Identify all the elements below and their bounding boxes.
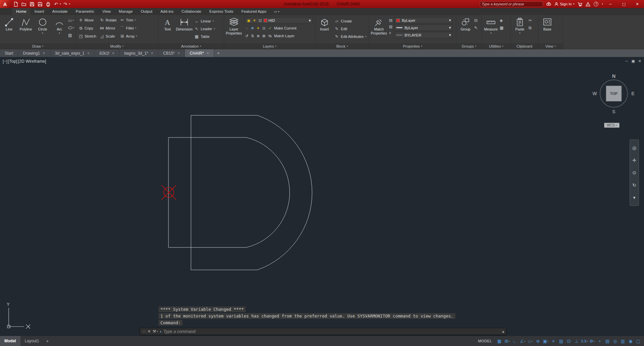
ribbon-tab-featured-apps[interactable]: Featured Apps (237, 8, 270, 15)
fillet-button[interactable]: ⌒Fillet▾ (120, 24, 137, 32)
minimize-button[interactable]: ─ (604, 0, 617, 8)
file-tab-3d-sala-expo-1[interactable]: 3d_sala_expo_1✕ (50, 49, 95, 57)
recent-commands-icon[interactable]: › (160, 329, 161, 334)
graphics-performance-toggle[interactable]: ▥ (619, 337, 627, 345)
stay-connected-icon[interactable] (586, 2, 590, 6)
layer-walk-button[interactable]: ⊕ (256, 34, 260, 38)
save-as-button[interactable] (36, 1, 44, 7)
ribbon-tab-express-tools[interactable]: Express Tools (205, 8, 237, 15)
command-bar-grip[interactable]: ∷∷ (142, 330, 146, 333)
orbit-icon[interactable]: ↻ (632, 182, 636, 188)
rotate-button[interactable]: ↻Rotate (100, 16, 116, 24)
ortho-toggle[interactable]: ∟ (511, 337, 518, 345)
object-snap-toggle[interactable]: ▣▾ (542, 337, 549, 345)
close-tab-icon[interactable]: ✕ (87, 52, 90, 55)
arc-button[interactable]: Arc ▾ (51, 16, 67, 43)
search-input[interactable] (482, 2, 541, 6)
zoom-icon[interactable]: ⊙ (632, 170, 636, 175)
isometric-drafting-toggle[interactable]: ◇▾ (527, 337, 534, 345)
match-properties-button[interactable]: Match Properties (370, 16, 388, 43)
ribbon-tab-output[interactable]: Output (137, 8, 156, 15)
trim-button[interactable]: ✂Trim▾ (120, 16, 137, 24)
properties-transparency-button[interactable]: ▨ (389, 24, 392, 29)
file-tab-drawing1[interactable]: Drawing1✕ (18, 49, 50, 57)
transparency-toggle[interactable]: ▨ (557, 337, 565, 345)
help-search-box[interactable] (480, 1, 543, 7)
layer-freeze-button[interactable]: ❄ (250, 26, 255, 31)
modify-panel-label[interactable]: Modify▾ (76, 43, 158, 49)
new-layout-button[interactable]: + (43, 339, 51, 344)
viewcube-east[interactable]: E (631, 91, 634, 96)
drawing-restore-button[interactable]: ▣ (631, 59, 635, 63)
model-space-viewport[interactable]: Y [−] [Top] [2D Wireframe] ─ ▣ ✕ N W E S… (0, 57, 644, 336)
layer-off-button[interactable]: ◌ (245, 26, 249, 31)
file-tab-bagno-3d-1[interactable]: bagno_3d_1*✕ (119, 49, 158, 57)
help-caret-icon[interactable]: ▾ (602, 3, 603, 5)
text-button[interactable]: A Text (159, 16, 176, 43)
clipboard-panel-label[interactable]: Clipboard (511, 43, 538, 49)
new-drawing-tab-button[interactable]: + (214, 49, 223, 57)
group-edit-button[interactable]: ✎ (474, 25, 478, 31)
undo-button[interactable]: ↶ (52, 1, 60, 7)
viewcube-south[interactable]: S (612, 109, 615, 114)
lineweight-dropdown[interactable]: ByLayer ▾ (394, 24, 453, 31)
layers-panel-label[interactable]: Layers▾ (224, 43, 315, 49)
model-space-toggle[interactable]: MODEL (475, 339, 495, 343)
save-button[interactable] (28, 1, 36, 7)
command-bar-close-icon[interactable]: ✕ (148, 329, 151, 334)
lineweight-toggle[interactable]: ≡ (550, 337, 557, 345)
table-button[interactable]: ▦Table (194, 33, 215, 40)
viewcube-face-label[interactable]: TOP (610, 92, 617, 96)
layer-delete-button[interactable]: ⊠ (262, 34, 266, 38)
object-color-dropdown[interactable]: ByLayer ▾ (394, 17, 453, 23)
sign-in-menu[interactable]: Sign In ▾ (554, 2, 574, 6)
open-file-button[interactable] (20, 1, 28, 7)
polyline-button[interactable]: Polyline (18, 16, 34, 43)
annotation-scale-control[interactable]: 1:1▾ (581, 337, 588, 345)
array-button[interactable]: ⊞Array▾ (120, 33, 137, 40)
layout1-tab[interactable]: Layout1 (20, 336, 44, 346)
stretch-button[interactable]: ◳Stretch (79, 33, 96, 40)
annotation-monitor-toggle[interactable]: + (596, 337, 603, 345)
rectangle-button[interactable]: ▭▾ (68, 17, 75, 23)
pan-icon[interactable]: ✛ (632, 158, 636, 163)
app-store-cart-icon[interactable] (578, 2, 582, 6)
close-tab-icon[interactable]: ✕ (112, 52, 115, 55)
maximize-button[interactable]: ▢ (617, 0, 631, 8)
close-button[interactable]: ✕ (631, 0, 644, 8)
circle-button[interactable]: Circle ▾ (35, 16, 51, 43)
notification-bell-icon[interactable]: ◉ (627, 337, 634, 345)
viewcube-west[interactable]: W (592, 91, 597, 96)
linear-dimension-button[interactable]: ↔Linear▾ (194, 17, 215, 24)
snap-mode-toggle[interactable]: ⊞▾ (503, 337, 511, 345)
model-tab[interactable]: Model (0, 336, 20, 346)
undo-dropdown-icon[interactable]: ▾ (60, 3, 61, 5)
dynamic-ucs-toggle[interactable]: ⊥ (573, 337, 580, 345)
close-tab-icon[interactable]: ✕ (206, 52, 209, 55)
make-current-button[interactable]: ✓Make Current (268, 25, 297, 32)
ribbon-display-toggle[interactable]: ▭ ▾ (274, 8, 279, 15)
viewport-visual-style-control[interactable]: [2D Wireframe] (18, 59, 46, 64)
groups-panel-label[interactable]: Groups▾ (456, 43, 482, 49)
viewport-view-control[interactable]: [Top] (8, 59, 17, 64)
application-menu-button[interactable]: A (0, 0, 10, 8)
copy-clip-button[interactable]: ⧉ (529, 25, 532, 31)
selection-cycling-toggle[interactable]: ⊡ (565, 337, 573, 345)
command-input[interactable] (163, 329, 500, 334)
new-file-button[interactable] (12, 1, 19, 7)
quick-properties-toggle[interactable]: ▤ (604, 337, 611, 345)
measure-button[interactable]: Measure ▾ (483, 16, 499, 43)
layer-isolate-button[interactable]: ☀ (256, 26, 260, 31)
leader-button[interactable]: ↖Leader▾ (194, 25, 215, 32)
ribbon-tab-view[interactable]: View (98, 8, 115, 15)
mirror-button[interactable]: ⋈Mirror (100, 24, 116, 32)
wcs-dropdown[interactable]: WCS ▾ (604, 123, 620, 128)
viewport-menu-control[interactable]: [−] (3, 59, 7, 64)
group-button[interactable]: Group (457, 16, 474, 43)
current-layer-dropdown[interactable]: ◉ ☀ ⊡ HID ▾ (245, 17, 313, 24)
dimension-button[interactable]: Dimension (176, 16, 192, 43)
drawing-minimize-button[interactable]: ─ (626, 59, 628, 63)
file-tab-chair[interactable]: CHAIR*✕ (185, 49, 214, 57)
edit-attributes-button[interactable]: ✎Edit Attributes▾ (335, 33, 366, 40)
linetype-dropdown[interactable]: BYLAYER ▾ (394, 32, 453, 38)
